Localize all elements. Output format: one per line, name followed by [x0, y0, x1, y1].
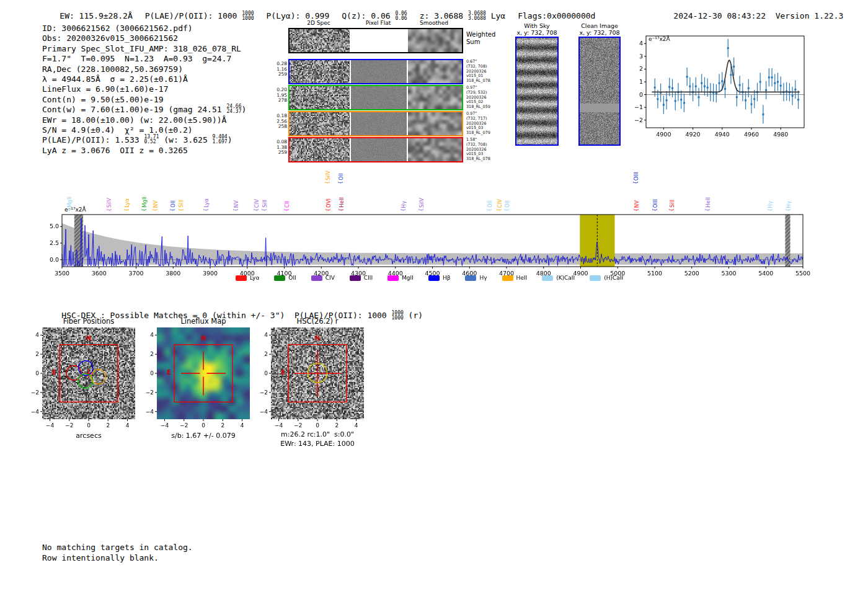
info-line: Cont(n) = 9.50(±5.00)e-19 — [42, 95, 246, 105]
cutout-row-fiber — [288, 85, 463, 110]
legend-item: (K)CaII — [542, 275, 575, 281]
hsc-xlabel-1: m:26.2 rc:1.0" s:0.0" — [281, 430, 354, 438]
info-line: LineFlux = 6.90(±1.60)e-17 — [42, 84, 246, 94]
emission-line-label: OIII{ — [632, 172, 640, 185]
legend-swatch — [542, 275, 553, 281]
fiber-positions-title: Fiber Positions — [63, 317, 115, 326]
lineflux-map-plot — [142, 325, 252, 434]
zoom-plot-units-label: e⁻¹⁷x2Å — [649, 36, 670, 42]
value-stack: 24.6624.37 — [226, 104, 241, 114]
pixelflat-image — [351, 138, 407, 161]
with-sky-image — [515, 37, 559, 146]
info-line: Cont(w) = 7.60(±1.00)e-19 (gmag 24.51 24… — [42, 105, 246, 115]
legend-swatch — [502, 275, 513, 281]
cutout-row-left-labels: 0.201.95278 — [273, 87, 287, 104]
lineflux-xlabel: s/b: 1.67 +/- 0.079 — [171, 432, 236, 440]
legend-swatch — [236, 275, 247, 281]
pixelflat-image — [351, 60, 407, 83]
cutout-row-weighted — [288, 28, 463, 53]
legend-item: Hβ — [428, 275, 451, 281]
smoothed-image — [408, 29, 462, 52]
legend-item: HeII — [502, 275, 528, 281]
hsc-r-title: HSC(26.2) r — [297, 317, 339, 326]
legend-item: CIII — [350, 275, 373, 281]
smoothed-image — [408, 60, 462, 83]
legend-swatch — [465, 275, 476, 281]
cutout-row-right-labels: 0.97"(729, 532)20200326v015_02318_RL_059 — [466, 86, 505, 110]
legend-swatch — [388, 275, 399, 281]
footer-line: Row intentionally blank. — [42, 553, 193, 564]
weighted-sum-label: WeightedSum — [466, 31, 495, 46]
header-timestamp-version: 2024-12-30 08:43:22 Version 1.22.3 — [654, 2, 843, 30]
spectrum-legend: LyαOIICIVCIIIMgIIHβHγHeII(K)CaII(H)CaII — [56, 275, 803, 281]
legend-item: (H)CaII — [590, 275, 623, 281]
info-line: EWr = 18.00(±10.00) (w: 22.00(±5.90))Å — [42, 115, 246, 125]
legend-item: MgII — [388, 275, 414, 281]
cutout-row-right-labels: 0.67"(732, 708)20200326v015_01318_RL_078 — [466, 60, 505, 84]
lineflux-map-title: Lineflux Map — [180, 317, 226, 326]
header-flags: Flags:0x0000000d — [518, 11, 595, 20]
header-qz: Q(z): 0.06 0.060.06 — [342, 11, 407, 20]
cutout-row-fiber — [288, 59, 463, 84]
fiber-positions-plot — [27, 325, 138, 434]
header-timestamp: 2024-12-30 08:43:22 — [673, 11, 766, 20]
catalog-footer: No matching targets in catalog. Row inte… — [42, 543, 193, 563]
emission-line-labels: MgII{SiIV{Lyα{MgII{NV{OII{SiII{Lyα{NV{CI… — [62, 164, 803, 213]
pixelflat-image — [351, 112, 407, 135]
value-stack: 13.710.52 — [144, 135, 159, 144]
full-spectrum-plot — [50, 208, 825, 278]
clean-image-coords: x, y: 732, 708 — [579, 29, 619, 36]
info-line: Primary Spec_Slot_IFU_AMP: 318_026_078_R… — [42, 44, 246, 54]
clean-image-title: Clean Image — [581, 22, 618, 29]
with-sky-coords: x, y: 732, 708 — [516, 29, 557, 36]
legend-swatch — [590, 275, 601, 281]
info-line: Obs: 20200326v015_3006621562 — [42, 33, 246, 43]
emission-line-label: OII{ — [337, 173, 345, 185]
header-ew: EW: 115.9±28.2Å — [60, 11, 132, 20]
info-line: ID: 3006621562 (3006621562.pdf) — [42, 24, 246, 33]
legend-item: Lyα — [236, 275, 259, 281]
info-line: λ = 4944.85Å σ = 2.25(±0.61)Å — [42, 74, 246, 84]
spec2d-image — [290, 60, 350, 83]
value-stack: 9.4041.697 — [213, 135, 228, 144]
col-header-pixelflat: Pixel Flat — [366, 20, 391, 26]
emission-line-label: SiIV{ — [324, 171, 332, 185]
header-plae: P(LAE)/P(OII): 1000 10001000 — [145, 11, 254, 20]
spec2d-image — [290, 112, 350, 135]
info-line: LyA z = 3.0676 OII z = 0.3265 — [42, 146, 246, 156]
col-header-2dspec: 2D Spec — [307, 20, 330, 26]
col-header-smoothed: Smoothed — [420, 20, 448, 26]
with-sky-title: With Sky — [524, 22, 549, 29]
qz-stack: 0.060.06 — [395, 11, 407, 21]
pixelflat-image — [351, 86, 407, 109]
hsc-r-plot — [256, 325, 366, 434]
legend-item: CIV — [311, 275, 335, 281]
legend-swatch — [428, 275, 440, 281]
hsc-plae-stack: 10001000 — [392, 311, 404, 321]
plae-stack: 10001000 — [242, 11, 254, 21]
cutout-row-left-labels: 0.182.56258 — [273, 113, 287, 130]
info-line: F=1.7" T=0.095 N=1.23 A=0.93 g=24.7 — [42, 54, 246, 64]
elixer-report-page: EW: 115.9±28.2ÅP(LAE)/P(OII): 1000 10001… — [0, 0, 868, 591]
clean-image — [578, 37, 621, 146]
legend-swatch — [274, 275, 285, 281]
spec2d-image — [290, 138, 350, 161]
legend-swatch — [311, 275, 322, 281]
pixelflat-image — [351, 29, 407, 52]
spec2d-image — [290, 29, 350, 52]
info-line: P(LAE)/P(OII): 1.533 13.710.52 (w: 3.625… — [42, 135, 246, 145]
detection-info-block: ID: 3006621562 (3006621562.pdf)Obs: 2020… — [42, 24, 246, 156]
header-plya: P(Lyα): 0.999 — [267, 11, 330, 20]
z-stack: 3.06883.0688 — [468, 11, 486, 21]
spec2d-image — [290, 86, 350, 109]
header-z: z: 3.0688 3.06883.0688 Lyα — [420, 11, 506, 20]
header-version: Version 1.22.3 — [776, 11, 844, 20]
cutout-row-right-labels: 1.58"(732, 708)20200326v015_03318_RL_078 — [466, 138, 505, 162]
smoothed-image — [408, 112, 462, 135]
smoothed-image — [408, 138, 462, 161]
cutout-row-fiber — [288, 137, 463, 162]
footer-line: No matching targets in catalog. — [42, 543, 193, 553]
smoothed-image — [408, 86, 462, 109]
cutout-row-right-labels: 0.97"(732, 717)20200326v015_03318_RL_079 — [466, 112, 505, 136]
info-line: RA,Dec (228.100082,50.369759) — [42, 64, 246, 74]
